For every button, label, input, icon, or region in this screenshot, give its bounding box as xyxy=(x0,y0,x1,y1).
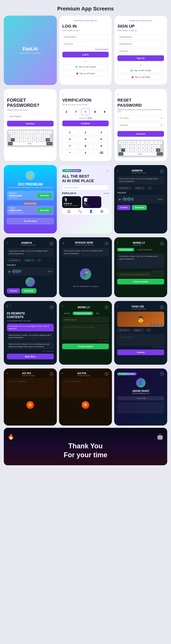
make-more-button[interactable]: Make More xyxy=(7,354,54,359)
kb-r[interactable]: R xyxy=(22,131,26,134)
signup-email-input[interactable] xyxy=(118,34,164,40)
fashvid-text-input[interactable]: Type your text here xyxy=(117,334,164,346)
v2-lang-select[interactable]: English ▼ xyxy=(23,258,35,262)
google-signin-button[interactable]: 🌐 Sign up with Google xyxy=(62,64,109,70)
wordly-menu-icon[interactable]: ⋮ xyxy=(160,241,164,246)
wordly-product-menu-icon[interactable]: ⋮ xyxy=(104,305,109,310)
fashvid-menu-icon[interactable]: ⋮ xyxy=(160,305,164,310)
mic-circle[interactable]: 🎤 xyxy=(80,268,91,280)
voice-ai-card[interactable]: 🎙️ VOICE AI Convert Text To Voice xyxy=(62,196,81,208)
kb-p[interactable]: P xyxy=(48,131,52,134)
settings-nav-icon[interactable]: ⚙️ xyxy=(100,210,104,213)
fashvid-speed-select[interactable]: 1x xyxy=(146,328,152,332)
wordly-create-button[interactable]: Create Content xyxy=(117,279,164,284)
edit-profile-button[interactable]: ✏ Edit Profile xyxy=(117,396,164,400)
animiya-v2-menu-icon[interactable]: ⋮ xyxy=(49,241,54,246)
v2-play-icon[interactable]: ▶ xyxy=(9,270,11,273)
adom-menu-icon[interactable]: ⋮ xyxy=(160,372,164,376)
signup-google-button[interactable]: 🌐 Sign up with Google xyxy=(118,68,164,73)
wordly-back-arrow[interactable]: ‹ xyxy=(117,241,118,244)
wordly-product-create-button[interactable]: Create Content xyxy=(62,344,109,349)
aopix2-menu-icon[interactable]: ⋮ xyxy=(104,372,109,376)
login-top-link[interactable]: Don't Have Account? Sign Up xyxy=(62,20,109,22)
code-box-5[interactable]: 8 xyxy=(100,108,109,115)
v2-speed-select[interactable]: 1x xyxy=(36,258,42,262)
reset-password1-input[interactable] xyxy=(118,116,164,121)
signup-email2-input[interactable] xyxy=(118,41,164,47)
signup-button[interactable]: Sign Up xyxy=(118,55,164,61)
play-icon[interactable]: ▶ xyxy=(119,198,121,201)
profile-nav-icon[interactable]: 👤 xyxy=(89,210,93,213)
kb-o[interactable]: O xyxy=(44,131,48,134)
tab-product-desc[interactable]: Product Description xyxy=(135,248,154,251)
wordly-text-content[interactable]: Hi My name is Sarah, I am UI & UX Design… xyxy=(117,253,164,268)
voice-select[interactable]: Ivy Female ▼ xyxy=(117,186,132,190)
kb-y[interactable]: Y xyxy=(30,131,34,134)
apple-signin-button[interactable]: 🍎 Sign up with Apple xyxy=(62,71,109,76)
eye-icon-1[interactable]: 👁 xyxy=(160,117,162,120)
home-nav-icon[interactable]: 🏠 xyxy=(67,210,71,213)
login-button[interactable]: Log In xyxy=(62,52,109,58)
forgot-password-link[interactable]: Forgot Password? xyxy=(62,48,109,50)
fashvid-back-arrow[interactable]: ‹ xyxy=(117,305,118,308)
download-button[interactable]: Download xyxy=(132,205,147,210)
eye-icon-2[interactable]: 👁 xyxy=(160,124,162,127)
kb-u[interactable]: U xyxy=(35,131,39,134)
login-password-input[interactable] xyxy=(62,41,109,47)
tab-blog[interactable]: Blog xyxy=(94,312,101,315)
forgot-back-arrow[interactable]: ‹ xyxy=(7,93,54,96)
tab-product-description[interactable]: Product Description xyxy=(73,312,93,315)
yearly-subscribe-button[interactable]: Subscribe xyxy=(37,208,52,213)
convert-button[interactable]: Convert xyxy=(117,205,130,210)
code-box-1[interactable]: 2 xyxy=(62,108,71,115)
product-description-input[interactable]: Type a small description of your product xyxy=(62,324,109,339)
animiya-back-arrow[interactable]: ‹ xyxy=(117,169,118,172)
speake-close-icon[interactable]: ✕ xyxy=(62,242,64,245)
signup-password-input[interactable] xyxy=(118,48,164,54)
signup-apple-button[interactable]: 🍎 Sign up with Apple xyxy=(118,74,164,80)
forgot-email-input[interactable] xyxy=(7,114,54,119)
speed-select[interactable]: 1x xyxy=(147,186,153,190)
aopix2-prompt-input[interactable]: Type your imagination... xyxy=(62,378,109,398)
kb-i[interactable]: I xyxy=(39,131,43,134)
reset-back-arrow[interactable]: ‹ xyxy=(118,93,164,96)
search-bar[interactable]: Search Anything... xyxy=(62,185,109,190)
v2-voice-select[interactable]: Ivy Female ▼ xyxy=(7,258,22,262)
wordly-product-back-arrow[interactable]: ‹ xyxy=(62,305,63,308)
login-email-input[interactable] xyxy=(62,34,109,40)
kb-q[interactable]: Q xyxy=(9,131,12,134)
v2-convert-button[interactable]: Convert xyxy=(7,288,20,294)
aopix1-back-arrow[interactable]: ‹ xyxy=(7,372,8,374)
see-all-link[interactable]: See all xyxy=(104,192,109,194)
kb-t[interactable]: T xyxy=(26,131,30,134)
wordly-tone-input[interactable] xyxy=(117,272,164,277)
reset-continue-button[interactable]: Continue xyxy=(118,131,164,137)
signup-top-link[interactable]: Already Have Account? Log In xyxy=(118,20,164,22)
tab-content-rewrite[interactable]: Content Rewrite xyxy=(117,248,134,251)
reset-password2-input[interactable] xyxy=(118,122,164,128)
tab-rewrite[interactable]: Rewrite xyxy=(62,312,72,315)
bg-color-select[interactable]: BG Color ▼ xyxy=(117,328,131,332)
aopix2-back-arrow[interactable]: ‹ xyxy=(62,372,63,374)
code-box-3[interactable]: 5 xyxy=(81,108,90,115)
aopix1-prompt-input[interactable]: Type your imagination... xyxy=(7,378,54,398)
fashvid-lang-select[interactable]: English ▼ xyxy=(132,328,144,332)
v2-download-button[interactable]: Download xyxy=(21,288,36,294)
code-box-2[interactable]: 7 xyxy=(72,108,80,115)
text-ai-card[interactable]: 📝 TE... Convert xyxy=(82,196,101,208)
animiya-v2-back-arrow[interactable]: ‹ xyxy=(7,241,8,244)
speake-menu-icon[interactable]: ⋮ xyxy=(104,241,109,246)
verify-back-arrow[interactable]: ‹ xyxy=(62,93,109,96)
rewrite-menu-icon[interactable]: ⋮ xyxy=(49,305,54,310)
animiya-menu-icon[interactable]: ⋮ xyxy=(160,169,164,174)
monthly-subscribe-button[interactable]: Subscribe xyxy=(37,193,52,198)
fashvid-convert-button[interactable]: Convert xyxy=(117,350,164,355)
product-name-input[interactable] xyxy=(62,317,109,322)
home-menu-icon[interactable]: ⋮ xyxy=(106,169,109,172)
kb-e[interactable]: E xyxy=(18,131,21,134)
code-box-4[interactable]: 8 xyxy=(91,108,99,115)
explore-nav-icon[interactable]: 🔍 xyxy=(78,210,82,213)
lang-select[interactable]: English ▼ xyxy=(134,186,146,190)
get-deal-button[interactable]: Get The Deal xyxy=(7,218,54,224)
kb-w[interactable]: W xyxy=(13,131,17,134)
